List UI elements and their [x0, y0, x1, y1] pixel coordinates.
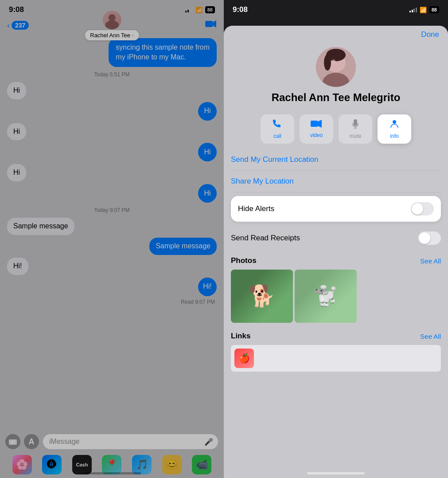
links-section-header: Links See All	[231, 332, 441, 341]
msg-bubble-outgoing-small: Hi	[198, 143, 217, 161]
hide-alerts-toggle[interactable]	[411, 202, 434, 215]
svg-rect-0	[205, 21, 213, 27]
status-time-left: 9:08	[9, 5, 24, 14]
links-title: Links	[231, 332, 250, 341]
info-options: Send My Current Location Share My Locati…	[224, 149, 448, 192]
appstore-icon: 🅐	[42, 455, 62, 474]
svg-rect-10	[311, 121, 318, 127]
info-person-icon	[390, 119, 399, 131]
dock-icon-soundcloud[interactable]: 🎵	[132, 455, 152, 474]
toggle-knob	[412, 203, 423, 215]
dock-icon-memoji[interactable]: 😊	[162, 455, 182, 474]
soundcloud-icon: 🎵	[132, 455, 152, 474]
camera-button[interactable]	[5, 434, 20, 449]
back-count-badge: 237	[12, 21, 29, 30]
message-input[interactable]: iMessage	[43, 434, 218, 450]
dock-icon-findmy[interactable]: 📍	[102, 455, 121, 474]
link-preview[interactable]: 🍎	[231, 345, 441, 372]
svg-point-14	[393, 120, 396, 124]
table-row: Hi	[7, 102, 217, 121]
svg-marker-1	[213, 20, 216, 27]
msg-bubble-outgoing: syncing this sample note frommy iPhone t…	[109, 38, 217, 67]
video-call-button[interactable]	[205, 20, 217, 31]
table-row: Hi	[7, 123, 217, 141]
profile-avatar[interactable]	[316, 47, 356, 87]
info-panel: Done Rachel Ann Te	[224, 26, 448, 478]
share-location-row[interactable]: Share My Location	[231, 171, 441, 192]
dog-photo-2	[295, 270, 357, 323]
contact-avatar-small[interactable]	[102, 11, 121, 29]
table-row: Hi	[7, 184, 217, 203]
toggle-off-knob	[419, 232, 430, 244]
send-location-text: Send My Current Location	[231, 155, 319, 164]
dog-photo-1	[231, 270, 293, 323]
photos-title: Photos	[231, 256, 257, 265]
video-action-button[interactable]: video	[300, 114, 333, 144]
signal-bars-left	[185, 7, 193, 12]
status-time-right: 9:08	[233, 5, 248, 14]
table-row: Sample message	[7, 218, 217, 235]
mute-label: mute	[350, 133, 362, 139]
send-location-row[interactable]: Send My Current Location	[231, 149, 441, 171]
link-icon: 🍎	[234, 349, 254, 368]
contact-full-name: Rachel Ann Tee Melegrito	[272, 91, 401, 104]
call-icon	[273, 119, 282, 131]
table-row: Hi!	[7, 258, 217, 275]
send-receipts-label: Send Read Receipts	[231, 234, 300, 243]
photos-see-all-button[interactable]: See All	[420, 257, 441, 265]
dock-icon-appstore[interactable]: 🅐	[42, 455, 62, 474]
wifi-icon-right: 📶	[420, 7, 427, 13]
contact-profile: Rachel Ann Tee Melegrito	[224, 43, 448, 111]
contact-avatar-center: Rachel Ann Tee ›	[85, 11, 139, 40]
dock-icon-facetime[interactable]: 📹	[192, 455, 211, 474]
video-icon	[311, 119, 322, 130]
dock-icon-photos[interactable]: 🌸	[12, 455, 32, 474]
mute-action-button[interactable]: mute	[339, 114, 372, 144]
status-bar-right: 9:08 📶 88	[224, 0, 448, 17]
done-button[interactable]: Done	[421, 30, 439, 39]
video-label: video	[310, 132, 323, 138]
back-chevron-icon: ‹	[7, 21, 10, 30]
signal-bar-2	[187, 10, 189, 12]
call-action-button[interactable]: call	[261, 114, 294, 144]
call-label: call	[273, 133, 281, 139]
findmy-icon: 📍	[102, 455, 121, 474]
contact-name-bubble[interactable]: Rachel Ann Tee ›	[85, 30, 139, 40]
links-see-all-button[interactable]: See All	[420, 333, 441, 340]
messages-list: syncing this sample note frommy iPhone t…	[0, 35, 224, 309]
photo-thumb-2[interactable]	[295, 270, 357, 323]
info-label: info	[390, 133, 398, 139]
signal-bar-r4	[416, 8, 417, 12]
mic-icon: 🎤	[204, 438, 213, 446]
msg-bubble-hi-incoming: Hi!	[7, 258, 28, 275]
info-topbar: Done	[224, 26, 448, 43]
home-indicator-right	[307, 472, 365, 474]
msg-bubble-incoming: Hi	[7, 164, 26, 181]
send-receipts-row: Send Read Receipts	[224, 225, 448, 251]
cash-icon: Cash	[72, 455, 92, 474]
hide-alerts-label: Hide Alerts	[238, 204, 274, 213]
table-row: Hi!	[7, 278, 217, 296]
send-receipts-toggle[interactable]	[418, 231, 441, 245]
signal-bar-r2	[412, 10, 413, 12]
links-section: Links See All 🍎	[224, 326, 448, 375]
signal-bar-r1	[409, 11, 411, 12]
message-input-wrapper: iMessage 🎤	[43, 434, 218, 450]
msg-bubble-sample-outgoing: Sample message	[149, 238, 217, 255]
table-row: Hi	[7, 164, 217, 181]
photos-icon: 🌸	[12, 455, 32, 474]
msg-bubble-sample-incoming: Sample message	[7, 218, 74, 235]
right-panel: 9:08 📶 88 Done	[224, 0, 448, 478]
info-action-button[interactable]: info	[378, 114, 411, 144]
photo-thumb-1[interactable]	[231, 270, 293, 323]
signal-bar-r3	[413, 8, 415, 12]
left-panel: 9:08 📶 88 ‹ 237 Rachel Ann Tee ›	[0, 0, 224, 478]
svg-point-9	[332, 59, 335, 63]
dock-icon-cash[interactable]: Cash	[72, 455, 92, 474]
back-button[interactable]: ‹ 237	[7, 21, 29, 30]
memoji-icon: 😊	[162, 455, 182, 474]
home-indicator-left	[83, 472, 141, 474]
apps-button[interactable]: A	[24, 434, 39, 449]
battery-right: 88	[429, 6, 439, 13]
table-row: Sample message	[7, 238, 217, 255]
